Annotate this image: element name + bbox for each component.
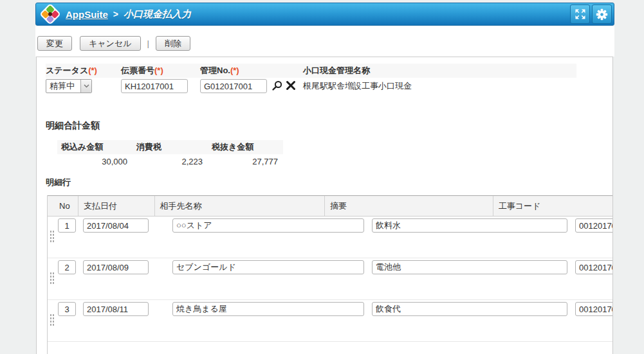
row-code-input[interactable] [575, 302, 613, 316]
row-drag-handle-icon[interactable] [50, 272, 55, 285]
app-header: AppSuite > 小口現金払入力 [35, 3, 614, 26]
row-no-input[interactable] [58, 302, 76, 316]
column-header-summary: 摘要 [324, 196, 492, 216]
table-row [48, 258, 613, 300]
required-mark: (*) [154, 66, 163, 75]
appsuite-logo-icon [41, 4, 60, 24]
appsuite-home-link[interactable]: AppSuite [66, 9, 108, 20]
fullscreen-button[interactable] [570, 4, 590, 24]
row-no-input[interactable] [58, 260, 76, 274]
table-row [48, 300, 613, 342]
voucher-number-label: 伝票番号(*) [121, 64, 163, 78]
details-table: No 支払日付 相手先名称 摘要 工事コード [47, 195, 613, 354]
tax-excluded-value: 27,777 [208, 155, 283, 168]
column-header-no: No [48, 196, 78, 216]
column-header-payee: 相手先名称 [154, 196, 325, 216]
manage-no-label: 管理No.(*) [200, 64, 239, 78]
chevron-down-icon [84, 84, 89, 88]
change-button[interactable]: 変更 [37, 36, 72, 51]
manage-no-input[interactable] [200, 79, 267, 93]
status-select-arrow[interactable] [80, 80, 91, 93]
search-icon [271, 80, 283, 92]
row-drag-handle-icon[interactable] [50, 314, 55, 326]
toolbar: 変更 キャンセル | 削除 [37, 36, 190, 51]
row-code-input[interactable] [575, 218, 613, 233]
row-payee-input[interactable] [172, 218, 364, 233]
toolbar-separator: | [147, 39, 149, 48]
required-mark: (*) [88, 66, 97, 75]
field-controls-row: 精算中 根尾駅駅舎増設工事小口現金 [46, 79, 605, 94]
manage-no-clear-button[interactable] [286, 80, 296, 93]
close-icon [286, 80, 296, 91]
consumption-tax-value: 2,223 [133, 155, 208, 168]
totals-header-band: 税込み金額 消費税 税抜き金額 [57, 140, 283, 154]
form-panel: ステータス(*) 伝票番号(*) 管理No.(*) 小口現金管理名称 精算中 [36, 57, 613, 354]
cancel-button[interactable]: キャンセル [80, 36, 141, 51]
row-drag-handle-icon[interactable] [50, 230, 55, 243]
status-label: ステータス(*) [46, 64, 97, 78]
tax-excluded-label: 税抜き金額 [208, 140, 283, 154]
row-date-input[interactable] [83, 218, 149, 233]
status-select[interactable]: 精算中 [46, 79, 92, 93]
settings-button[interactable] [592, 4, 612, 24]
toolbar-strip: 変更 キャンセル | 削除 [35, 26, 614, 57]
table-row [48, 217, 613, 258]
fullscreen-icon [575, 8, 586, 20]
totals-values-row: 30,000 2,223 27,777 [57, 155, 283, 168]
row-date-input[interactable] [83, 302, 149, 316]
column-header-code: 工事コード [493, 196, 613, 216]
voucher-number-input[interactable] [121, 79, 188, 93]
status-select-value: 精算中 [46, 80, 80, 93]
details-section-title: 明細行 [46, 177, 71, 188]
manage-no-search-button[interactable] [271, 80, 283, 94]
tax-included-value: 30,000 [57, 155, 133, 168]
row-no-input[interactable] [58, 218, 76, 233]
details-table-header: No 支払日付 相手先名称 摘要 工事コード [48, 195, 613, 217]
field-label-band: ステータス(*) 伝票番号(*) 管理No.(*) 小口現金管理名称 [46, 64, 576, 78]
row-summary-input[interactable] [372, 260, 567, 274]
row-code-input[interactable] [575, 260, 613, 274]
page-title: 小口現金払入力 [124, 8, 191, 21]
column-header-date: 支払日付 [78, 196, 154, 216]
required-mark: (*) [230, 66, 239, 75]
tax-included-label: 税込み金額 [57, 140, 133, 154]
delete-button[interactable]: 削除 [156, 36, 190, 51]
row-date-input[interactable] [83, 260, 149, 274]
breadcrumb-separator: > [113, 9, 118, 19]
row-payee-input[interactable] [172, 302, 364, 316]
gear-icon [596, 8, 608, 21]
row-summary-input[interactable] [372, 302, 567, 316]
consumption-tax-label: 消費税 [133, 140, 208, 154]
petty-cash-name-value: 根尾駅駅舎増設工事小口現金 [303, 79, 412, 93]
row-payee-input[interactable] [172, 260, 364, 274]
totals-section-title: 明細合計金額 [46, 120, 100, 132]
petty-cash-name-label: 小口現金管理名称 [303, 64, 370, 78]
row-summary-input[interactable] [372, 218, 567, 233]
